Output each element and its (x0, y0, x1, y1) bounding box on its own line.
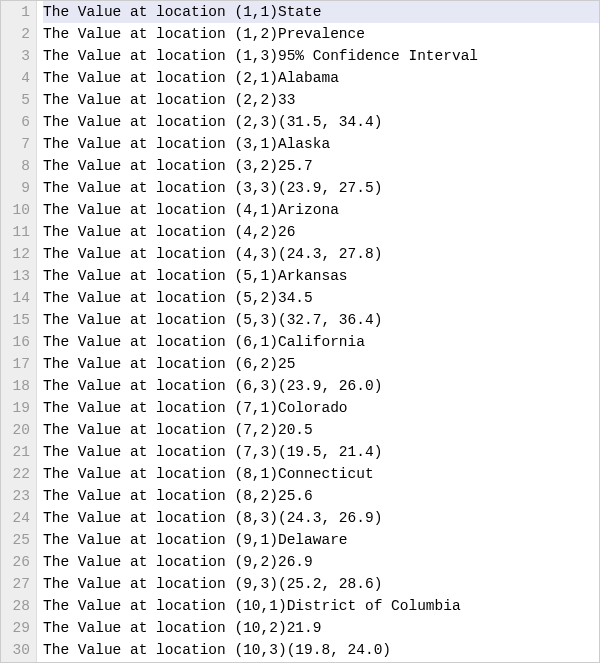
line-number: 7 (1, 133, 30, 155)
line-number: 14 (1, 287, 30, 309)
code-line[interactable]: The Value at location (2,2)33 (43, 89, 599, 111)
code-line[interactable]: The Value at location (1,3)95% Confidenc… (43, 45, 599, 67)
code-line[interactable]: The Value at location (4,1)Arizona (43, 199, 599, 221)
line-number: 21 (1, 441, 30, 463)
line-number: 18 (1, 375, 30, 397)
line-number: 1 (1, 1, 30, 23)
line-number: 17 (1, 353, 30, 375)
line-number: 3 (1, 45, 30, 67)
line-number: 6 (1, 111, 30, 133)
code-line[interactable]: The Value at location (4,3)(24.3, 27.8) (43, 243, 599, 265)
code-line[interactable]: The Value at location (4,2)26 (43, 221, 599, 243)
line-number: 4 (1, 67, 30, 89)
code-line[interactable]: The Value at location (3,1)Alaska (43, 133, 599, 155)
code-area[interactable]: The Value at location (1,1)StateThe Valu… (37, 1, 599, 662)
code-line[interactable]: The Value at location (7,3)(19.5, 21.4) (43, 441, 599, 463)
line-number: 28 (1, 595, 30, 617)
code-line[interactable]: The Value at location (8,1)Connecticut (43, 463, 599, 485)
line-number: 2 (1, 23, 30, 45)
code-line[interactable]: The Value at location (3,3)(23.9, 27.5) (43, 177, 599, 199)
line-number: 26 (1, 551, 30, 573)
line-number: 16 (1, 331, 30, 353)
code-line[interactable]: The Value at location (6,3)(23.9, 26.0) (43, 375, 599, 397)
code-line[interactable]: The Value at location (10,3)(19.8, 24.0) (43, 639, 599, 661)
code-line[interactable]: The Value at location (6,2)25 (43, 353, 599, 375)
code-line[interactable]: The Value at location (5,1)Arkansas (43, 265, 599, 287)
line-number: 10 (1, 199, 30, 221)
line-number: 29 (1, 617, 30, 639)
line-number: 30 (1, 639, 30, 661)
line-number: 27 (1, 573, 30, 595)
line-number: 23 (1, 485, 30, 507)
code-line[interactable]: The Value at location (9,3)(25.2, 28.6) (43, 573, 599, 595)
code-line[interactable]: The Value at location (5,2)34.5 (43, 287, 599, 309)
code-line[interactable]: The Value at location (7,2)20.5 (43, 419, 599, 441)
line-number: 8 (1, 155, 30, 177)
code-line[interactable]: The Value at location (2,1)Alabama (43, 67, 599, 89)
code-line[interactable]: The Value at location (2,3)(31.5, 34.4) (43, 111, 599, 133)
line-number: 24 (1, 507, 30, 529)
line-number: 20 (1, 419, 30, 441)
code-line[interactable]: The Value at location (1,2)Prevalence (43, 23, 599, 45)
line-number: 9 (1, 177, 30, 199)
code-line[interactable]: The Value at location (1,1)State (43, 1, 599, 23)
code-line[interactable]: The Value at location (10,1)District of … (43, 595, 599, 617)
line-number: 22 (1, 463, 30, 485)
line-number: 13 (1, 265, 30, 287)
line-number: 25 (1, 529, 30, 551)
line-number-gutter: 1234567891011121314151617181920212223242… (1, 1, 37, 662)
line-number: 12 (1, 243, 30, 265)
line-number: 5 (1, 89, 30, 111)
code-editor[interactable]: 1234567891011121314151617181920212223242… (1, 1, 599, 662)
line-number: 11 (1, 221, 30, 243)
code-line[interactable]: The Value at location (3,2)25.7 (43, 155, 599, 177)
code-line[interactable]: The Value at location (7,1)Colorado (43, 397, 599, 419)
line-number: 19 (1, 397, 30, 419)
code-line[interactable]: The Value at location (9,1)Delaware (43, 529, 599, 551)
line-number: 15 (1, 309, 30, 331)
code-line[interactable]: The Value at location (9,2)26.9 (43, 551, 599, 573)
code-line[interactable]: The Value at location (8,2)25.6 (43, 485, 599, 507)
code-line[interactable]: The Value at location (8,3)(24.3, 26.9) (43, 507, 599, 529)
code-line[interactable]: The Value at location (5,3)(32.7, 36.4) (43, 309, 599, 331)
code-line[interactable]: The Value at location (6,1)California (43, 331, 599, 353)
code-line[interactable]: The Value at location (10,2)21.9 (43, 617, 599, 639)
